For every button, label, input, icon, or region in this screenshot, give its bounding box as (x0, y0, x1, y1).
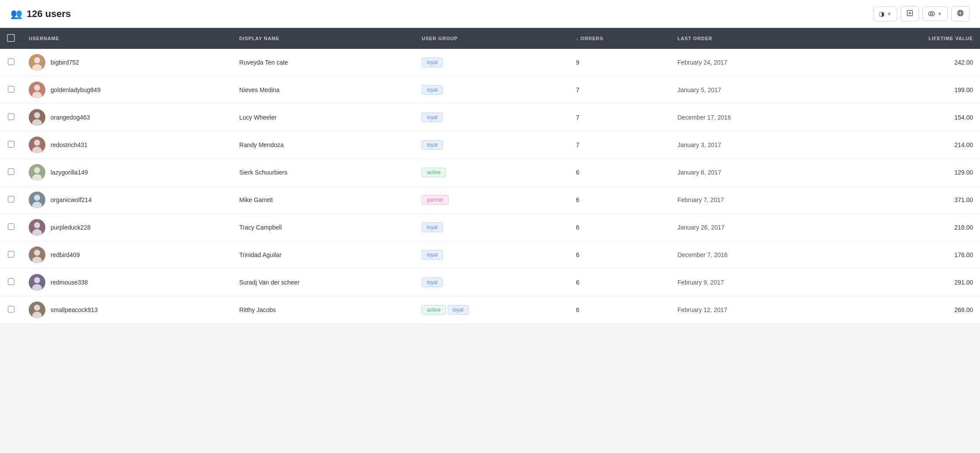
table-row[interactable]: smallpeacock913 Ritthy Jacobsactiveloyal… (0, 296, 980, 324)
table-row[interactable]: bigbird752 Ruveyda Ten cateloyal9Februar… (0, 49, 980, 76)
chevron-down-icon: ▼ (887, 11, 892, 17)
avatar (29, 192, 45, 208)
orders-cell: 6 (569, 159, 670, 186)
users-table: USERNAME DISPLAY NAME USER GROUP ↓ ORDER… (0, 28, 980, 324)
eye-icon (928, 10, 935, 17)
row-checkbox[interactable] (8, 113, 14, 120)
row-checkbox-cell[interactable] (0, 269, 22, 296)
lifetime-value-cell: 154.00 (837, 104, 980, 131)
avatar (29, 137, 45, 153)
user-cell: smallpeacock913 (29, 302, 225, 318)
avatar (29, 54, 45, 71)
row-checkbox-cell[interactable] (0, 104, 22, 131)
user-group-cell: partner (415, 186, 569, 214)
row-checkbox[interactable] (8, 58, 14, 65)
table-row[interactable]: orangedog463 Lucy Wheelerloyal7December … (0, 104, 980, 131)
row-checkbox[interactable] (8, 223, 14, 230)
username-text: organicwolf214 (51, 196, 92, 203)
display-name-cell: Suradj Van der scheer (232, 269, 415, 296)
row-checkbox-cell[interactable] (0, 186, 22, 214)
globe-button[interactable] (951, 6, 970, 21)
orders-cell: 6 (569, 214, 670, 241)
lifetime-value-cell: 214.00 (837, 131, 980, 159)
row-checkbox[interactable] (8, 196, 14, 202)
svg-point-26 (34, 195, 40, 201)
tag-partner: partner (422, 195, 449, 205)
avatar (29, 109, 45, 126)
svg-point-14 (34, 85, 40, 91)
display-name-cell: Nieves Medina (232, 76, 415, 104)
row-checkbox-cell[interactable] (0, 76, 22, 104)
last-order-cell: December 7, 2016 (670, 241, 837, 269)
tag-loyal: loyal (422, 85, 443, 95)
export-icon (906, 10, 913, 18)
select-all-checkbox[interactable] (7, 34, 15, 42)
username-text: bigbird752 (51, 59, 79, 66)
lifetime-value-cell: 129.00 (837, 159, 980, 186)
chart-button[interactable]: ◑ ▼ (873, 7, 897, 21)
tag-active: active (422, 305, 446, 315)
header-actions: ◑ ▼ ▼ (873, 6, 970, 21)
avatar (29, 82, 45, 98)
username-text: redostrich431 (51, 141, 88, 148)
display-name-cell: Trinidad Aguilar (232, 241, 415, 269)
col-lifetime-value: LIFETIME VALUE (837, 28, 980, 49)
last-order-cell: December 17, 2016 (670, 104, 837, 131)
row-checkbox-cell[interactable] (0, 214, 22, 241)
page-title: 126 users (27, 8, 71, 20)
table-row[interactable]: lazygorilla149 Sierk Schuurbiersactive6J… (0, 159, 980, 186)
user-cell: redostrich431 (29, 137, 225, 153)
svg-point-4 (931, 13, 933, 15)
row-checkbox-cell[interactable] (0, 241, 22, 269)
svg-point-32 (34, 250, 40, 256)
col-user-group: USER GROUP (415, 28, 569, 49)
avatar (29, 274, 45, 291)
row-checkbox-cell[interactable] (0, 296, 22, 324)
table-row[interactable]: redostrich431 Randy Mendozaloyal7January… (0, 131, 980, 159)
row-checkbox-cell[interactable] (0, 159, 22, 186)
table-row[interactable]: purpleduck228 Tracy Campbellloyal6Januar… (0, 214, 980, 241)
tag-loyal: loyal (448, 305, 469, 315)
header-row: USERNAME DISPLAY NAME USER GROUP ↓ ORDER… (0, 28, 980, 49)
user-cell: lazygorilla149 (29, 164, 225, 181)
username-text: orangedog463 (51, 114, 90, 121)
select-all-col[interactable] (0, 28, 22, 49)
table-row[interactable]: goldenladybug849 Nieves Medinaloyal7Janu… (0, 76, 980, 104)
svg-point-17 (34, 112, 40, 118)
users-table-container: USERNAME DISPLAY NAME USER GROUP ↓ ORDER… (0, 28, 980, 324)
col-orders[interactable]: ↓ ORDERS (569, 28, 670, 49)
svg-point-38 (34, 305, 40, 311)
row-checkbox[interactable] (8, 141, 14, 148)
table-row[interactable]: redmouse338 Suradj Van der scheerloyal6F… (0, 269, 980, 296)
view-button[interactable]: ▼ (922, 7, 948, 21)
row-checkbox[interactable] (8, 86, 14, 93)
row-checkbox[interactable] (8, 168, 14, 175)
export-button[interactable] (901, 6, 919, 21)
display-name-cell: Ruveyda Ten cate (232, 49, 415, 76)
lifetime-value-cell: 199.00 (837, 76, 980, 104)
orders-cell: 6 (569, 269, 670, 296)
row-checkbox[interactable] (8, 306, 14, 312)
col-username: USERNAME (22, 28, 232, 49)
last-order-cell: January 26, 2017 (670, 214, 837, 241)
row-checkbox[interactable] (8, 278, 14, 285)
avatar (29, 302, 45, 318)
username-cell: bigbird752 (22, 49, 232, 76)
display-name-cell: Sierk Schuurbiers (232, 159, 415, 186)
username-cell: redostrich431 (22, 131, 232, 159)
lifetime-value-cell: 371.00 (837, 186, 980, 214)
table-row[interactable]: redbird409 Trinidad Aguilarloyal6Decembe… (0, 241, 980, 269)
col-last-order: LAST ORDER (670, 28, 837, 49)
username-text: redmouse338 (51, 279, 88, 286)
last-order-cell: January 5, 2017 (670, 76, 837, 104)
row-checkbox[interactable] (8, 251, 14, 257)
username-cell: purpleduck228 (22, 214, 232, 241)
tag-loyal: loyal (422, 250, 443, 260)
table-row[interactable]: organicwolf214 Mike Garrettpartner6Febru… (0, 186, 980, 214)
header-bar: 👥 126 users ◑ ▼ (0, 0, 980, 28)
user-group-cell: loyal (415, 104, 569, 131)
row-checkbox-cell[interactable] (0, 49, 22, 76)
last-order-cell: January 8, 2017 (670, 159, 837, 186)
row-checkbox-cell[interactable] (0, 131, 22, 159)
username-cell: lazygorilla149 (22, 159, 232, 186)
